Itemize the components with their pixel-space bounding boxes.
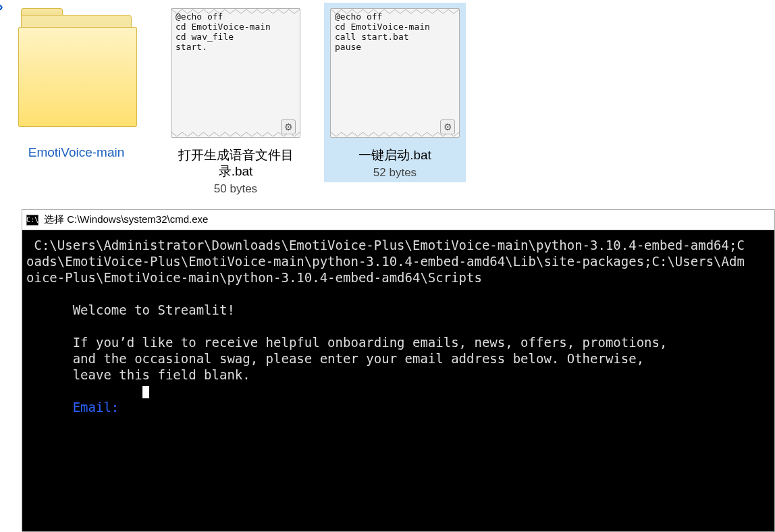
gear-icon: ⚙ [281,119,296,134]
cmd-title: 选择 C:\Windows\system32\cmd.exe [44,213,208,226]
file-size: 52 bytes [373,166,417,180]
file-label: 打开生成语音文件目录.bat [167,147,304,180]
folder-icon [16,8,137,135]
cmd-body[interactable]: C:\Users\Administrator\Downloads\EmotiVo… [22,230,774,531]
cmd-titlebar[interactable]: C:\ 选择 C:\Windows\system32\cmd.exe [22,210,774,230]
file-item-openwavdir[interactable]: @echo off cd EmotiVoice-main cd wav_file… [165,3,306,198]
file-label: 一键启动.bat [358,147,431,163]
share-indicator-icon: › [0,0,3,14]
bat-thumbnail: @echo off cd EmotiVoice-main call start.… [330,8,460,138]
folder-item-emotivoice[interactable]: › EmotiVoice-main [5,3,147,163]
cmd-email-prompt: Email: [26,400,119,415]
file-item-onekeystart[interactable]: @echo off cd EmotiVoice-main call start.… [324,3,466,182]
file-size: 50 bytes [214,182,257,196]
text-cursor [142,386,149,398]
cmd-body-text: If you’d like to receive helpful onboard… [26,335,667,382]
folder-label: EmotiVoice-main [28,144,125,161]
cmd-icon: C:\ [26,215,38,225]
cmd-path-output: C:\Users\Administrator\Downloads\EmotiVo… [26,238,745,285]
gear-icon: ⚙ [440,119,455,134]
bat-preview-text: @echo off cd EmotiVoice-main cd wav_file… [176,11,271,52]
bat-thumbnail: @echo off cd EmotiVoice-main cd wav_file… [171,8,300,138]
file-explorer-area: › EmotiVoice-main @echo off cd EmotiVoic… [0,0,775,212]
bat-preview-text: @echo off cd EmotiVoice-main call start.… [335,11,430,52]
cmd-welcome-line: Welcome to Streamlit! [26,302,235,317]
cmd-window[interactable]: C:\ 选择 C:\Windows\system32\cmd.exe C:\Us… [22,209,775,532]
